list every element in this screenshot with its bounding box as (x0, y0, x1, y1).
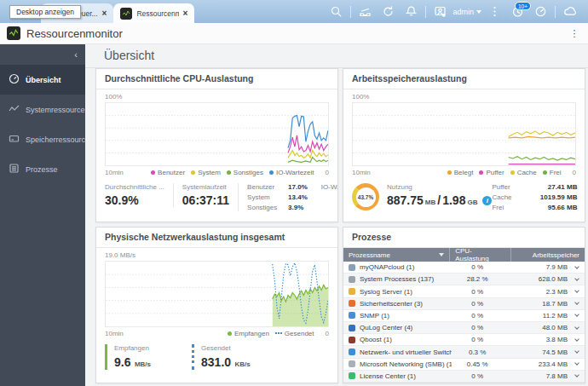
legend-item: IO-Wartezeit (269, 169, 314, 176)
line-chart-icon (9, 103, 20, 116)
window-titlebar: Ressourcenmonitor ⋮ (0, 23, 588, 44)
process-name: License Center (1) (360, 372, 416, 380)
storage-icon (9, 133, 20, 146)
process-name: QuLog Center (4) (360, 324, 412, 331)
content-area: Übersicht Durchschnittliche CPU-Auslastu… (85, 44, 588, 386)
expand-row-icon[interactable] (574, 264, 579, 269)
table-row[interactable]: License Center (1) 0 % 7.8 MB (343, 371, 585, 383)
user-menu[interactable]: admin (453, 8, 481, 16)
received-stat: Empfangen 9.6 MB/s (105, 344, 151, 370)
table-row[interactable]: QuLog Center (4) 0 % 48.0 MB (343, 322, 585, 334)
expand-row-icon[interactable] (574, 349, 579, 354)
table-row[interactable]: SNMP (1) 0 % 11.2 MB (343, 310, 585, 322)
chevron-down-icon (476, 10, 481, 14)
expand-row-icon[interactable] (574, 360, 579, 366)
user-name: admin (453, 8, 474, 16)
column-header-arbeitsspeicher[interactable]: Arbeitsspeicher (511, 248, 585, 262)
cpu-panel-title: Durchschnittliche CPU-Auslastung (96, 69, 337, 89)
process-cpu: 0.3 % (452, 349, 503, 356)
sidebar-item-uebersicht[interactable]: Übersicht (0, 65, 85, 95)
notifications-icon[interactable] (400, 0, 423, 23)
legend-item: Belegt (447, 169, 474, 176)
background-tasks-icon[interactable] (377, 0, 400, 23)
process-app-icon (349, 276, 355, 283)
tab-close-icon[interactable]: × (183, 9, 188, 18)
table-row[interactable]: System Processes (137) 28.2 % 628.0 MB (343, 274, 585, 285)
tab-ressourcenmonitor[interactable]: Ressourcenm... × (113, 3, 194, 23)
expand-row-icon[interactable] (574, 276, 579, 281)
tab-label: Ressourcenm... (136, 9, 178, 18)
memory-x-end-label: 0 (573, 169, 576, 176)
process-mem: 233.4 MB (503, 360, 571, 368)
memory-usage-gauge: 43.7% (352, 183, 379, 210)
process-name: Sicherheitscenter (3) (360, 300, 423, 308)
table-row[interactable]: Netzwerk- und virtueller Switch (3) 0.3 … (343, 346, 585, 358)
legend-item: Puffer (479, 169, 504, 176)
table-row[interactable]: Microsoft Networking (SMB) (16) 0.45 % 2… (343, 359, 585, 371)
memory-legend: Belegt Puffer Cache Frei 0 (447, 169, 576, 176)
desktop-taskbar: Desktop anzeigen Systemsteuer... × Resso… (0, 0, 588, 23)
uptime-stat: Systemlaufzeit 06:37:11 (173, 183, 229, 207)
user-icon[interactable] (429, 0, 452, 23)
process-app-icon (349, 360, 355, 367)
table-row[interactable]: Sicherheitscenter (3) 0 % 18.7 MB (343, 298, 585, 310)
info-icon[interactable]: i (482, 196, 492, 205)
sidebar-item-speicherressource[interactable]: Speicherressource (0, 124, 85, 154)
cpu-average-stat: Durchschnittliche ... 30.9% (105, 183, 164, 207)
sidebar-item-label: Prozesse (26, 165, 58, 174)
list-icon (9, 163, 20, 176)
file-station-icon[interactable] (354, 0, 377, 23)
network-x-axis-label: 10min (105, 330, 124, 337)
table-row[interactable]: Syslog Server (1) 0 % 2.3 MB (343, 285, 585, 297)
expand-row-icon[interactable] (574, 288, 579, 293)
table-row[interactable]: Qboost (1) 0 % 3.8 MB (343, 334, 585, 346)
expand-row-icon[interactable] (574, 325, 579, 330)
process-mem: 2.3 MB (503, 288, 571, 296)
expand-row-icon[interactable] (574, 373, 579, 378)
tab-close-icon[interactable]: × (102, 9, 107, 18)
cpu-chart (105, 102, 329, 166)
search-icon[interactable] (325, 0, 348, 23)
recent-apps-icon[interactable]: 10+ (506, 0, 529, 23)
desktop-tooltip: Desktop anzeigen (9, 5, 81, 19)
taskbar-icon-group: admin 10+ (325, 0, 588, 23)
expand-row-icon[interactable] (574, 300, 579, 305)
process-mem: 7.8 MB (503, 372, 571, 380)
cpu-stats: Durchschnittliche ... 30.9% Systemlaufze… (105, 178, 329, 217)
column-header-cpu[interactable]: CPU-Auslastung (450, 248, 511, 262)
resource-monitor-icon (7, 26, 20, 40)
window-menu-icon[interactable]: ⋮ (568, 28, 581, 39)
memory-panel-title: Arbeitsspeicherauslastung (343, 69, 585, 89)
process-cpu: 0 % (452, 312, 503, 320)
process-mem: 18.7 MB (503, 300, 571, 308)
task-list-icon[interactable] (483, 0, 506, 23)
legend-item: Benutzer (151, 169, 185, 176)
taskbar-divider (555, 6, 556, 18)
process-cpu: 0.45 % (452, 360, 503, 368)
process-name: System Processes (137) (360, 275, 434, 283)
process-mem: 48.0 MB (503, 324, 571, 331)
cpu-y-axis-label: 100% (105, 93, 329, 102)
myqnapcloud-icon[interactable] (558, 0, 581, 23)
sidebar-collapse-button[interactable]: ‹ (0, 44, 85, 65)
process-app-icon (349, 312, 355, 319)
column-header-prozessname[interactable]: Prozessname (343, 248, 450, 262)
process-name: Netzwerk- und virtueller Switch (3) (360, 349, 452, 356)
memory-panel: Arbeitsspeicherauslastung 100% 10min Bel… (343, 68, 585, 222)
process-cpu: 0 % (452, 336, 503, 343)
process-table-header: Prozessname CPU-Auslastung Arbeitsspeich… (343, 248, 585, 262)
dashboard-icon[interactable] (529, 0, 552, 23)
expand-row-icon[interactable] (574, 337, 579, 342)
legend-item: Frei (543, 169, 562, 176)
process-name: myQNAPcloud (1) (360, 263, 414, 271)
process-mem: 11.2 MB (503, 312, 571, 320)
sidebar-item-systemressource[interactable]: Systemressource (0, 95, 85, 124)
sidebar: ‹ Übersicht Systemressource Speicherress… (0, 44, 85, 386)
sidebar-item-prozesse[interactable]: Prozesse (0, 154, 85, 184)
process-app-icon (349, 264, 355, 271)
legend-item: Empfangen (228, 330, 269, 337)
expand-row-icon[interactable] (574, 313, 579, 318)
process-cpu: 0 % (452, 324, 503, 331)
sidebar-item-label: Übersicht (26, 76, 61, 84)
table-row[interactable]: myQNAPcloud (1) 0 % 7.9 MB (343, 262, 585, 274)
